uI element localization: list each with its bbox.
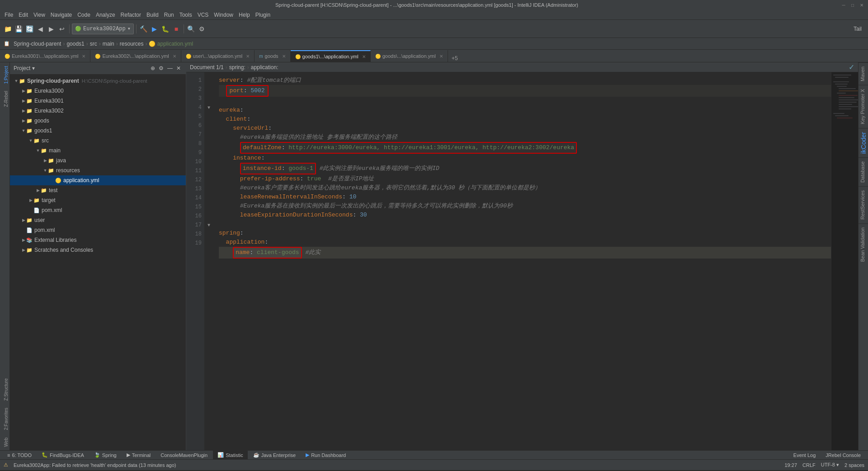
tree-root-pom[interactable]: 📄 pom.xml — [10, 225, 186, 235]
tab-eureka3002[interactable]: 🟡 Eureka3002\...\application.yml ✕ — [90, 50, 181, 62]
menu-edit[interactable]: Edit — [16, 11, 31, 19]
structure-vtab[interactable]: Z:Structure — [0, 375, 9, 404]
tree-application-yml[interactable]: 🟡 application.yml — [10, 175, 186, 185]
menu-navigate[interactable]: Navigate — [48, 11, 75, 19]
run-dashboard-tab[interactable]: ▶ Run Dashboard — [301, 451, 350, 460]
tab-eureka3001[interactable]: 🟡 Eureka3001\...\application.yml ✕ — [0, 50, 90, 62]
status-encoding[interactable]: UTF-8 ▾ — [821, 462, 839, 468]
run-config-dropdown[interactable]: 🟢 Eureka3002App ▾ — [72, 24, 134, 34]
ikcoder-tab[interactable]: ikCoder — [859, 128, 868, 157]
bean-validation-tab[interactable]: Bean Validation — [859, 223, 868, 265]
statistic-tab[interactable]: 📊 Statistic — [213, 451, 248, 460]
menu-view[interactable]: View — [31, 11, 48, 19]
fold-17[interactable]: ▼ — [204, 221, 213, 230]
stop-btn[interactable]: ■ — [171, 24, 181, 34]
back-btn[interactable]: ◀ — [35, 24, 45, 34]
menu-file[interactable]: File — [2, 11, 16, 19]
save-btn[interactable]: 💾 — [14, 24, 24, 34]
tree-goods1[interactable]: ▼ 📁 goods1 — [10, 126, 186, 136]
minimize-button[interactable]: ─ — [841, 2, 846, 8]
tab-goods1-active[interactable]: 🟡 goods1\...\application.yml ✕ — [291, 50, 371, 62]
tab-user[interactable]: 🟡 user\...\application.yml ✕ — [181, 50, 255, 62]
findbugs-tab[interactable]: 🐛 FindBugs-IDEA — [37, 451, 89, 460]
jrebel-console-tab[interactable]: JRebel Console — [821, 451, 865, 460]
code-area[interactable]: server: #配置tomcat的端口 port: 5002 eureka: … — [213, 72, 831, 450]
tree-eureka3002[interactable]: ▶ 📁 Eureka3002 — [10, 106, 186, 116]
consolemaven-tab[interactable]: ConsoleMavenPlugin — [156, 451, 212, 460]
tree-goods1-pom[interactable]: 📄 pom.xml — [10, 205, 186, 215]
tree-user[interactable]: ▶ 📁 user — [10, 215, 186, 225]
bc-spring-cloud-parent[interactable]: Spring-cloud-parent — [14, 41, 61, 47]
sidebar-action-collapse[interactable]: — — [166, 65, 174, 71]
sidebar-action-settings[interactable]: ⚙ — [157, 65, 165, 71]
bc-goods1[interactable]: goods1 — [66, 41, 84, 47]
build-btn[interactable]: 🔨 — [139, 24, 149, 34]
tree-root[interactable]: ▼ 📁 Spring-cloud-parent H:\CSDN\Spring-c… — [10, 76, 186, 86]
menu-tools[interactable]: Tools — [177, 11, 195, 19]
tree-eureka3001[interactable]: ▶ 📁 Eureka3001 — [10, 96, 186, 106]
debug-btn[interactable]: 🐛 — [160, 24, 170, 34]
undo-btn[interactable]: ↩ — [57, 24, 67, 34]
tab-more[interactable]: +5 — [448, 56, 462, 62]
status-time[interactable]: 19:27 — [784, 462, 797, 468]
menu-analyze[interactable]: Analyze — [93, 11, 118, 19]
tree-test[interactable]: ▶ 📁 test — [10, 185, 186, 195]
tree-java[interactable]: ▶ 📁 java — [10, 155, 186, 165]
tree-target[interactable]: ▶ 📁 target — [10, 195, 186, 205]
forward-btn[interactable]: ▶ — [46, 24, 56, 34]
bc-main[interactable]: main — [103, 41, 114, 47]
maximize-button[interactable]: □ — [850, 2, 855, 8]
event-log-tab[interactable]: Event Log — [789, 451, 821, 460]
tab-close[interactable]: ✕ — [82, 54, 85, 59]
favorites-vtab[interactable]: 2:Favorites — [0, 404, 9, 433]
spring-tab[interactable]: 🍃 Spring — [90, 451, 121, 460]
sync-btn[interactable]: 🔄 — [24, 24, 34, 34]
terminal-tab[interactable]: ▶ Terminal — [122, 451, 156, 460]
rest-services-tab[interactable]: RestServices — [859, 186, 868, 223]
menu-plugin[interactable]: Plugin — [253, 11, 273, 19]
status-crlf[interactable]: CRLF — [802, 462, 816, 468]
settings-btn[interactable]: ⚙ — [197, 24, 207, 34]
key-promoter-tab[interactable]: Key Promoter X — [859, 85, 868, 128]
menu-refactor[interactable]: Refactor — [118, 11, 144, 19]
fold-11 — [204, 166, 213, 175]
tab-close[interactable]: ✕ — [362, 54, 366, 59]
close-button[interactable]: ✕ — [859, 2, 864, 8]
tab-goods[interactable]: m goods ✕ — [255, 50, 290, 62]
project-icon-btn[interactable]: 📁 — [3, 24, 13, 34]
tab-close[interactable]: ✕ — [282, 54, 286, 59]
bc-application-yml[interactable]: 🟡 application.yml — [149, 41, 193, 47]
search-btn[interactable]: 🔍 — [186, 24, 196, 34]
menu-run[interactable]: Run — [161, 11, 177, 19]
java-enterprise-tab[interactable]: ☕ Java Enterprise — [249, 451, 300, 460]
sidebar-action-close[interactable]: ✕ — [175, 65, 182, 71]
project-vtab[interactable]: 1:Project — [0, 62, 9, 87]
menu-vcs[interactable]: VCS — [195, 11, 212, 19]
bc-resources[interactable]: resources — [120, 41, 144, 47]
tab-close[interactable]: ✕ — [439, 54, 443, 59]
tree-external-libs[interactable]: ▶ 📚 External Libraries — [10, 235, 186, 245]
web-vtab[interactable]: Web — [0, 434, 9, 450]
database-tab[interactable]: Database — [859, 157, 868, 186]
tab-close[interactable]: ✕ — [246, 54, 250, 59]
tree-eureka3000[interactable]: ▶ 📁 Eureka3000 — [10, 86, 186, 96]
sidebar-action-add[interactable]: ⊕ — [149, 65, 156, 71]
maven-tab[interactable]: Maven — [859, 62, 868, 85]
todo-tab[interactable]: ≡ 6: TODO — [3, 451, 36, 460]
menu-help[interactable]: Help — [236, 11, 253, 19]
run-btn[interactable]: ▶ — [150, 24, 160, 34]
tab-close[interactable]: ✕ — [173, 54, 176, 59]
menu-build[interactable]: Build — [144, 11, 161, 19]
tab-goods-yml[interactable]: 🟡 goods\...\application.yml ✕ — [371, 50, 448, 62]
status-spaces[interactable]: 2 spaces — [844, 462, 864, 468]
menu-window[interactable]: Window — [211, 11, 236, 19]
tree-goods[interactable]: ▶ 📁 goods — [10, 116, 186, 126]
tree-resources[interactable]: ▼ 📁 resources — [10, 165, 186, 175]
tree-scratches[interactable]: ▶ 📁 Scratches and Consoles — [10, 245, 186, 255]
bc-src[interactable]: src — [90, 41, 97, 47]
fold-4[interactable]: ▼ — [204, 103, 213, 112]
tree-src[interactable]: ▼ 📁 src — [10, 136, 186, 146]
tree-main[interactable]: ▼ 📁 main — [10, 146, 186, 155]
zrebel-vtab[interactable]: Z-Rebel — [0, 87, 9, 111]
menu-code[interactable]: Code — [75, 11, 93, 19]
